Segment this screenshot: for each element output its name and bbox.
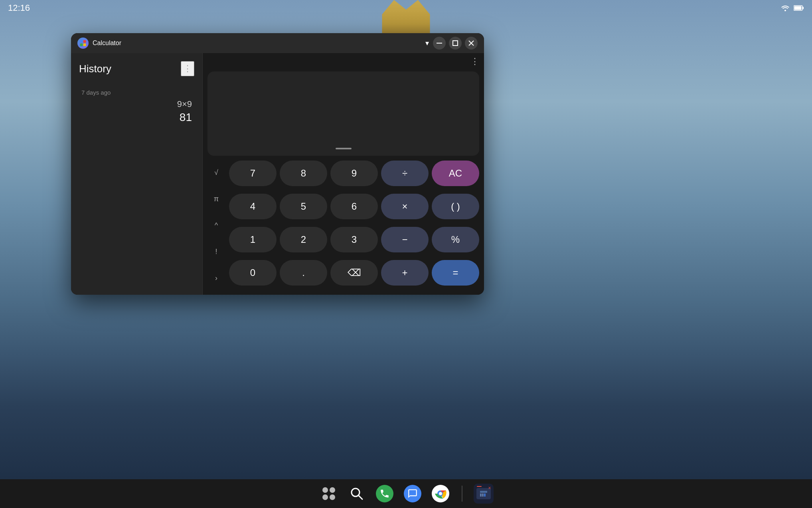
button-5[interactable]: 5: [280, 194, 327, 219]
button-backspace[interactable]: ⌫: [330, 260, 378, 286]
svg-rect-18: [480, 494, 482, 495]
power-button[interactable]: ^: [207, 213, 225, 237]
svg-rect-8: [453, 41, 458, 46]
history-expression: 9×9: [81, 99, 192, 109]
button-1[interactable]: 1: [229, 227, 277, 252]
numpad: 7 8 9 ÷ AC 4 5 6 × ( ) 1 2 3 − %: [227, 159, 481, 292]
apps-launcher-button[interactable]: [319, 484, 339, 504]
history-result: 81: [81, 111, 192, 124]
taskbar-divider: [462, 486, 462, 502]
history-timestamp: 7 days ago: [81, 89, 192, 96]
display-area: [207, 71, 479, 156]
factorial-button[interactable]: !: [207, 240, 225, 264]
chrome-icon: [432, 485, 449, 502]
svg-rect-20: [484, 494, 486, 495]
maximize-button[interactable]: [449, 37, 462, 50]
button-9[interactable]: 9: [330, 161, 378, 186]
close-button[interactable]: [465, 37, 478, 50]
button-parentheses[interactable]: ( ): [432, 194, 479, 219]
button-decimal[interactable]: .: [280, 260, 327, 286]
button-percent[interactable]: %: [432, 227, 479, 252]
display-cursor: [336, 148, 352, 149]
button-multiply[interactable]: ×: [381, 194, 429, 219]
status-time: 12:16: [8, 3, 30, 13]
calc-main: ⋮ √ π ^ ! ›: [203, 53, 484, 295]
scientific-column: √ π ^ ! ›: [206, 159, 227, 292]
expand-button[interactable]: ›: [207, 266, 225, 290]
sqrt-button[interactable]: √: [207, 161, 225, 185]
svg-rect-22: [482, 495, 484, 496]
calculator-taskbar-icon: ×: [474, 484, 494, 504]
calc-menu-button[interactable]: ⋮: [470, 56, 479, 67]
svg-rect-1: [802, 7, 804, 9]
button-0[interactable]: 0: [229, 260, 277, 286]
calculator-window: Calculator ▾ History ⋮ 7 days ago: [71, 33, 484, 295]
wifi-icon: [781, 5, 790, 11]
button-2[interactable]: 2: [280, 227, 327, 252]
button-ac[interactable]: AC: [432, 161, 479, 186]
phone-button[interactable]: [375, 484, 395, 504]
svg-rect-23: [484, 495, 486, 496]
button-3[interactable]: 3: [330, 227, 378, 252]
svg-rect-2: [794, 6, 802, 10]
calc-body: History ⋮ 7 days ago 9×9 81 ⋮: [71, 53, 484, 295]
svg-rect-7: [437, 43, 442, 44]
minimize-button[interactable]: [433, 37, 446, 50]
apps-icon: [322, 487, 335, 500]
title-bar: Calculator ▾: [71, 33, 484, 53]
history-panel: History ⋮ 7 days ago 9×9 81: [71, 53, 203, 295]
svg-rect-5: [80, 44, 83, 46]
svg-rect-6: [83, 44, 86, 46]
battery-icon: [794, 5, 804, 11]
button-8[interactable]: 8: [280, 161, 327, 186]
svg-point-16: [439, 492, 442, 495]
button-subtract[interactable]: −: [381, 227, 429, 252]
search-button[interactable]: [347, 484, 367, 504]
button-4[interactable]: 4: [229, 194, 277, 219]
window-controls: [433, 37, 478, 50]
history-content: 7 days ago 9×9 81: [71, 80, 202, 295]
button-7[interactable]: 7: [229, 161, 277, 186]
svg-rect-17: [480, 491, 487, 493]
chat-button[interactable]: [403, 484, 423, 504]
button-divide[interactable]: ÷: [381, 161, 429, 186]
phone-icon: [376, 485, 393, 502]
button-6[interactable]: 6: [330, 194, 378, 219]
svg-line-12: [358, 495, 362, 499]
svg-rect-21: [480, 495, 482, 496]
buttons-area: √ π ^ ! › 7 8 9 ÷ AC 4 5 6: [203, 159, 484, 295]
dropdown-icon[interactable]: ▾: [425, 39, 429, 48]
pi-button[interactable]: π: [207, 187, 225, 211]
calculator-taskbar-button[interactable]: ×: [474, 484, 494, 504]
svg-rect-4: [83, 40, 86, 43]
chat-icon: [404, 485, 421, 502]
status-bar: 12:16: [0, 0, 812, 16]
svg-rect-3: [80, 40, 83, 43]
taskbar: ×: [0, 479, 812, 508]
button-equals[interactable]: =: [432, 260, 479, 286]
chrome-button[interactable]: [431, 484, 450, 504]
history-header: History ⋮: [71, 53, 202, 80]
history-item[interactable]: 7 days ago 9×9 81: [75, 84, 198, 129]
button-add[interactable]: +: [381, 260, 429, 286]
history-menu-button[interactable]: ⋮: [181, 61, 194, 76]
app-icon: [77, 38, 89, 49]
history-title: History: [79, 63, 111, 75]
search-icon: [349, 486, 365, 502]
svg-rect-19: [482, 494, 484, 495]
window-title: Calculator: [93, 40, 420, 47]
status-icons: [781, 5, 804, 11]
